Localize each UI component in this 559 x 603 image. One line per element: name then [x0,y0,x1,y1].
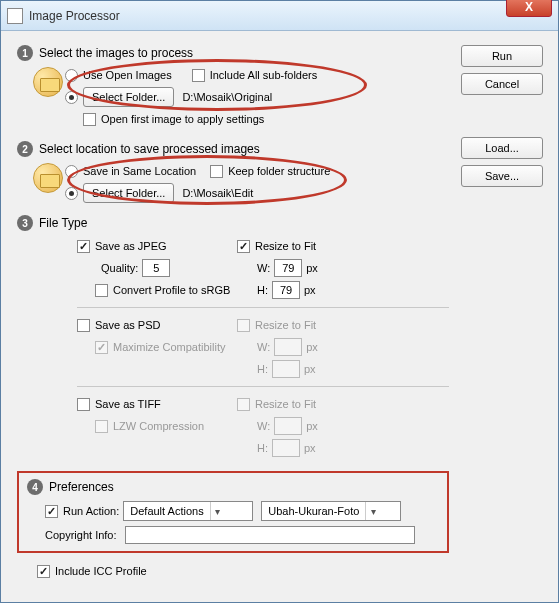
tiff-h-input [272,439,300,457]
step-badge-2: 2 [17,141,33,157]
lzw-label: LZW Compression [113,420,204,432]
save-as-psd-label: Save as PSD [95,319,160,331]
jpeg-w-label: W: [257,262,270,274]
step-badge-1: 1 [17,45,33,61]
action-value: Ubah-Ukuran-Foto [268,505,359,517]
chevron-down-icon [210,502,225,520]
copyright-label: Copyright Info: [45,529,125,541]
psd-w-input [274,338,302,356]
save-as-jpeg-check[interactable] [77,240,90,253]
select-folder-radio-2[interactable] [65,187,78,200]
tiff-h-label: H: [257,442,268,454]
save-same-location-label: Save in Same Location [83,165,196,177]
tiff-w-label: W: [257,420,270,432]
step-badge-3: 3 [17,215,33,231]
jpeg-h-input[interactable] [272,281,300,299]
cancel-button[interactable]: Cancel [461,73,543,95]
include-icc-check[interactable] [37,565,50,578]
include-subfolders-label: Include All sub-folders [210,69,318,81]
tiff-resize-label: Resize to Fit [255,398,316,410]
run-action-label: Run Action: [63,505,119,517]
maximize-compat-check [95,341,108,354]
tiff-h-px: px [304,442,316,454]
psd-resize-check [237,319,250,332]
section-output: 2 Select location to save processed imag… [17,141,449,203]
folder-path-1: D:\Mosaik\Original [182,91,272,103]
close-button[interactable]: X [506,0,552,17]
step-badge-4: 4 [27,479,43,495]
section-filetype: 3 File Type Save as JPEG Resize to Fit [17,215,449,459]
open-first-image-check[interactable] [83,113,96,126]
jpeg-h-label: H: [257,284,268,296]
save-button[interactable]: Save... [461,165,543,187]
save-as-tiff-check[interactable] [77,398,90,411]
action-dropdown[interactable]: Ubah-Ukuran-Foto [261,501,401,521]
select-folder-button-2[interactable]: Select Folder... [83,183,174,203]
jpeg-w-px: px [306,262,318,274]
use-open-images-label: Use Open Images [83,69,172,81]
psd-w-px: px [306,341,318,353]
psd-h-input [272,360,300,378]
jpeg-resize-check[interactable] [237,240,250,253]
section-input: 1 Select the images to process Use Open … [17,45,449,129]
save-as-tiff-label: Save as TIFF [95,398,161,410]
section-title-2: Select location to save processed images [39,142,260,156]
action-set-value: Default Actions [130,505,203,517]
convert-srgb-label: Convert Profile to sRGB [113,284,230,296]
save-as-psd-check[interactable] [77,319,90,332]
app-icon [7,8,23,24]
jpeg-resize-label: Resize to Fit [255,240,316,252]
use-open-images-radio[interactable] [65,69,78,82]
psd-w-label: W: [257,341,270,353]
save-same-location-radio[interactable] [65,165,78,178]
preferences-title: Preferences [49,480,114,494]
quality-input[interactable] [142,259,170,277]
chevron-down-icon [365,502,380,520]
tiff-resize-check [237,398,250,411]
copyright-input[interactable] [125,526,415,544]
select-folder-radio-1[interactable] [65,91,78,104]
folder-icon [33,67,63,97]
window-title: Image Processor [29,9,120,23]
titlebar: Image Processor X [1,1,558,31]
tiff-w-input [274,417,302,435]
lzw-check [95,420,108,433]
action-set-dropdown[interactable]: Default Actions [123,501,253,521]
psd-resize-label: Resize to Fit [255,319,316,331]
save-as-jpeg-label: Save as JPEG [95,240,167,252]
folder-icon [33,163,63,193]
folder-path-2: D:\Mosaik\Edit [182,187,253,199]
psd-h-label: H: [257,363,268,375]
select-folder-button-1[interactable]: Select Folder... [83,87,174,107]
quality-label: Quality: [101,262,138,274]
include-subfolders-check[interactable] [192,69,205,82]
section-title-1: Select the images to process [39,46,193,60]
keep-folder-structure-check[interactable] [210,165,223,178]
convert-srgb-check[interactable] [95,284,108,297]
jpeg-h-px: px [304,284,316,296]
include-icc-label: Include ICC Profile [55,565,147,577]
jpeg-w-input[interactable] [274,259,302,277]
psd-h-px: px [304,363,316,375]
maximize-compat-label: Maximize Compatibility [113,341,225,353]
load-button[interactable]: Load... [461,137,543,159]
open-first-image-label: Open first image to apply settings [101,113,264,125]
section-title-3: File Type [39,216,87,230]
tiff-w-px: px [306,420,318,432]
run-action-check[interactable] [45,505,58,518]
run-button[interactable]: Run [461,45,543,67]
keep-folder-structure-label: Keep folder structure [228,165,330,177]
preferences-section: 4 Preferences Run Action: Default Action… [17,471,449,553]
